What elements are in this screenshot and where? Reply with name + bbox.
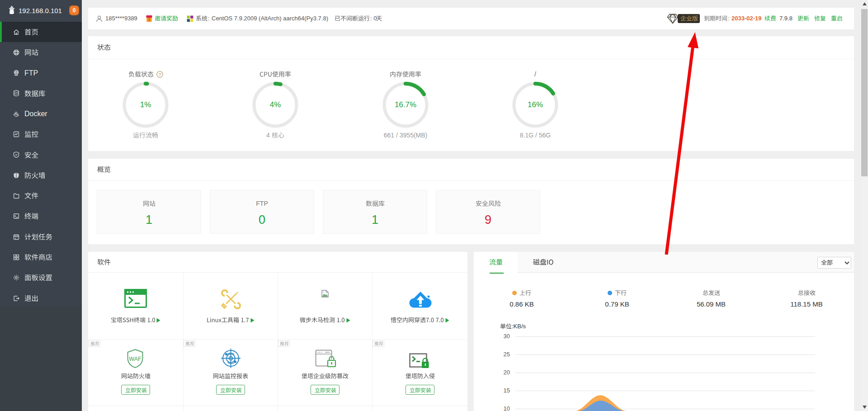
svg-text:?: ? xyxy=(159,72,161,77)
svg-text:WAF: WAF xyxy=(129,356,142,362)
